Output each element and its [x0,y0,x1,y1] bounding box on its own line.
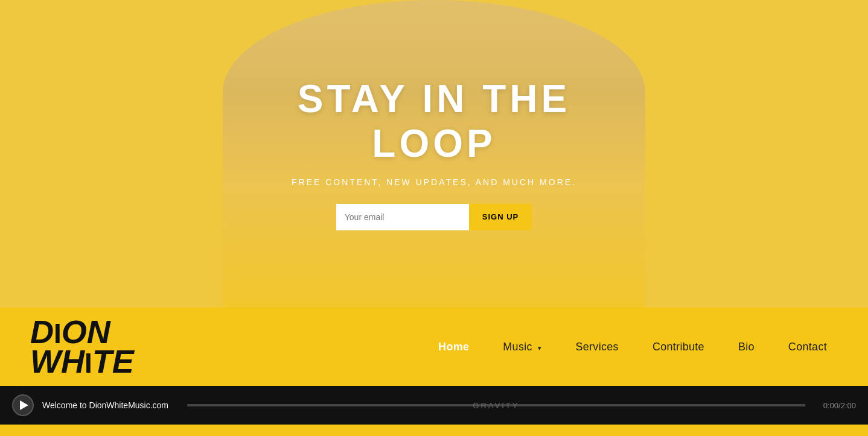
nav-item-home[interactable]: Home [421,335,486,359]
nav-link-home[interactable]: Home [421,335,486,359]
hero-title: STAY IN THE LOOP [292,77,576,166]
logo-line2: WHiTE [30,347,134,376]
nav-link-contact[interactable]: Contact [771,335,844,359]
nav-link-contribute[interactable]: Contribute [636,335,721,359]
nav-item-services[interactable]: Services [558,335,635,359]
nav-item-music[interactable]: Music ▾ [486,335,558,359]
nav-item-bio[interactable]: Bio [721,335,771,359]
logo: DiON WHiTE [30,317,134,376]
signup-button[interactable]: SIGN UP [469,204,532,230]
email-signup-form: SIGN UP [292,204,576,230]
hero-section: STAY IN THE LOOP FREE CONTENT, NEW UPDAT… [0,0,868,308]
nav-item-contact[interactable]: Contact [771,335,844,359]
email-input[interactable] [336,204,469,230]
progress-bar-container[interactable]: GRAVITY [187,404,805,406]
hero-title-line2: LOOP [372,122,496,165]
logo-line1: DiON [30,317,134,347]
nav-link-services[interactable]: Services [558,335,635,359]
nav-item-contribute[interactable]: Contribute [636,335,721,359]
time-display: 0:00/2:00 [823,401,856,410]
audio-player: Welcome to DionWhiteMusic.com GRAVITY 0:… [0,386,868,425]
hero-title-line1: STAY IN THE [298,77,570,121]
nav-links: Home Music ▾ Services Contribute Bio Con… [421,335,844,359]
nav-link-music[interactable]: Music ▾ [486,335,558,359]
navbar: DiON WHiTE Home Music ▾ Services Contrib… [0,308,868,386]
play-button[interactable] [12,394,34,416]
track-title: Welcome to DionWhiteMusic.com [42,400,175,410]
hero-content: STAY IN THE LOOP FREE CONTENT, NEW UPDAT… [292,77,576,230]
track-name-display: GRAVITY [473,401,519,410]
nav-link-bio[interactable]: Bio [721,335,771,359]
chevron-down-icon: ▾ [538,344,541,352]
hero-subtitle: FREE CONTENT, NEW UPDATES, AND MUCH MORE… [292,177,576,187]
